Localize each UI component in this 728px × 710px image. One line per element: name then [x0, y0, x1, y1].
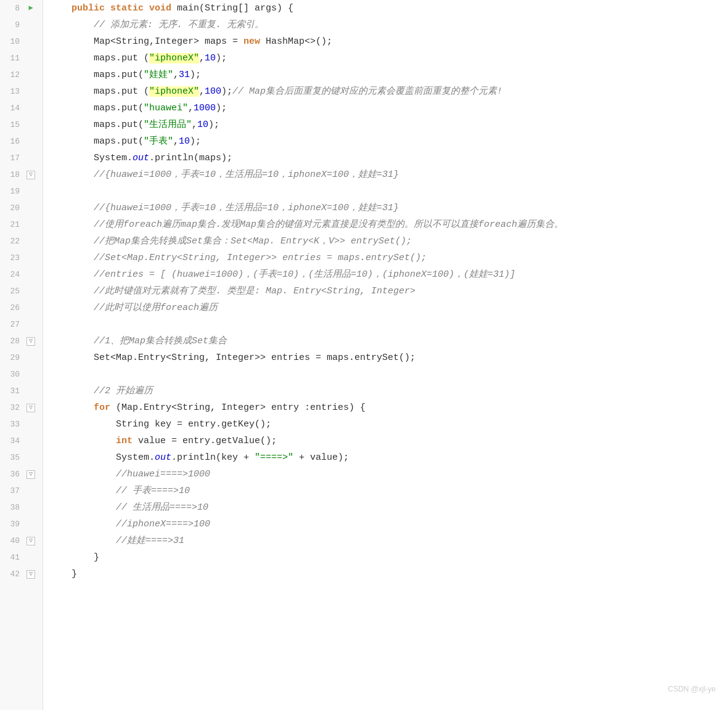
gutter-row-30: 30	[0, 366, 43, 383]
fold-marker-42[interactable]: ▽	[25, 570, 37, 579]
code-line-16: maps.put("手表",10);	[49, 133, 716, 150]
code-text-20: //{huawei=1000，手表=10，生活用品=10，iphoneX=100…	[49, 200, 399, 216]
line-num-24: 24	[0, 266, 25, 283]
gutter-row-40: 40 ▽	[0, 532, 43, 549]
gutter-row-22: 22	[0, 233, 43, 250]
code-line-28: //1、把Map集合转换成Set集合	[49, 333, 716, 349]
fold-marker-40[interactable]: ▽	[25, 537, 37, 545]
gutter-row-23: 23	[0, 250, 43, 266]
line-num-12: 12	[0, 67, 25, 83]
code-line-21: //使用foreach遍历map集合.发现Map集合的键值对元素直接是没有类型的…	[49, 216, 716, 233]
fold-marker-36[interactable]: ▽	[25, 470, 37, 479]
code-line-17: System.out.println(maps);	[49, 150, 716, 166]
code-text-24: //entries = [ (huawei=1000)，(手表=10)，(生活用…	[49, 266, 515, 283]
gutter-row-42: 42 ▽	[0, 566, 43, 582]
fold-icon-40[interactable]: ▽	[27, 537, 35, 545]
gutter-row-34: 34	[0, 433, 43, 449]
code-line-15: maps.put("生活用品",10);	[49, 116, 716, 133]
gutter-row-9: 9	[0, 17, 43, 33]
code-line-33: String key = entry.getKey();	[49, 416, 716, 433]
line-num-36: 36	[0, 466, 25, 483]
line-num-16: 16	[0, 133, 25, 150]
run-icon-8[interactable]: ▶	[28, 0, 33, 17]
line-num-25: 25	[0, 283, 25, 300]
gutter-row-12: 12	[0, 67, 43, 83]
line-gutter: 8 ▶ 9 10 11 12 13	[0, 0, 43, 710]
line-num-39: 39	[0, 516, 25, 532]
fold-marker-32[interactable]: ▽	[25, 404, 37, 412]
code-line-37: // 手表====>10	[49, 483, 716, 499]
code-line-23: //Set<Map.Entry<String, Integer>> entrie…	[49, 250, 716, 266]
fold-icon-32[interactable]: ▽	[27, 404, 35, 412]
code-text-18: //{huawei=1000，手表=10，生活用品=10，iphoneX=100…	[49, 166, 399, 183]
code-content: public static void main(String[] args) {…	[43, 0, 728, 710]
code-text-34: int value = entry.getValue();	[49, 433, 277, 449]
code-line-20: //{huawei=1000，手表=10，生活用品=10，iphoneX=100…	[49, 200, 716, 216]
code-line-36: //huawei====>1000	[49, 466, 716, 483]
code-line-30	[49, 366, 716, 383]
line-num-35: 35	[0, 449, 25, 466]
gutter-row-18: 18 ▽	[0, 166, 43, 183]
gutter-row-13: 13	[0, 83, 43, 100]
line-num-32: 32	[0, 399, 25, 416]
code-text-31: //2 开始遍历	[49, 383, 153, 399]
code-text-17: System.out.println(maps);	[49, 150, 232, 166]
gutter-row-10: 10	[0, 33, 43, 50]
fold-icon-42[interactable]: ▽	[27, 570, 35, 579]
line-num-14: 14	[0, 100, 25, 116]
line-num-20: 20	[0, 200, 25, 216]
code-text-8: public static void main(String[] args) {	[49, 0, 293, 17]
code-line-25: //此时键值对元素就有了类型. 类型是: Map. Entry<String, …	[49, 283, 716, 300]
line-num-15: 15	[0, 116, 25, 133]
code-line-8: public static void main(String[] args) {	[49, 0, 716, 17]
code-line-34: int value = entry.getValue();	[49, 433, 716, 449]
line-num-13: 13	[0, 83, 25, 100]
gutter-row-37: 37	[0, 483, 43, 499]
gutter-row-14: 14	[0, 100, 43, 116]
gutter-row-8: 8 ▶	[0, 0, 43, 17]
code-text-33: String key = entry.getKey();	[49, 416, 271, 433]
line-num-19: 19	[0, 183, 25, 200]
code-line-29: Set<Map.Entry<String, Integer>> entries …	[49, 349, 716, 366]
fold-icon-28[interactable]: ▽	[27, 337, 35, 346]
gutter-row-24: 24	[0, 266, 43, 283]
line-num-8: 8	[0, 0, 25, 17]
code-text-11: maps.put ("iphoneX",10);	[49, 50, 227, 67]
gutter-row-35: 35	[0, 449, 43, 466]
code-line-13: maps.put ("iphoneX",100);// Map集合后面重复的键对…	[49, 83, 716, 100]
fold-icon-18[interactable]: ▽	[27, 171, 35, 179]
code-line-18: //{huawei=1000，手表=10，生活用品=10，iphoneX=100…	[49, 166, 716, 183]
gutter-row-36: 36 ▽	[0, 466, 43, 483]
code-text-40: //娃娃====>31	[49, 532, 184, 549]
line-num-40: 40	[0, 532, 25, 549]
code-text-41: }	[49, 549, 99, 566]
code-line-41: }	[49, 549, 716, 566]
code-text-28: //1、把Map集合转换成Set集合	[49, 333, 227, 349]
code-text-25: //此时键值对元素就有了类型. 类型是: Map. Entry<String, …	[49, 283, 415, 300]
line-num-17: 17	[0, 150, 25, 166]
fold-icon-36[interactable]: ▽	[27, 470, 35, 479]
code-line-38: // 生活用品====>10	[49, 499, 716, 516]
fold-marker-18[interactable]: ▽	[25, 171, 37, 179]
code-text-36: //huawei====>1000	[49, 466, 210, 483]
line-num-30: 30	[0, 366, 25, 383]
code-text-35: System.out.println(key + "====>" + value…	[49, 449, 349, 466]
code-line-24: //entries = [ (huawei=1000)，(手表=10)，(生活用…	[49, 266, 716, 283]
line-num-34: 34	[0, 433, 25, 449]
code-text-22: //把Map集合先转换成Set集合：Set<Map. Entry<K，V>> e…	[49, 233, 412, 250]
code-line-31: //2 开始遍历	[49, 383, 716, 399]
run-marker-8[interactable]: ▶	[25, 0, 37, 17]
gutter-row-39: 39	[0, 516, 43, 532]
code-text-13: maps.put ("iphoneX",100);// Map集合后面重复的键对…	[49, 83, 502, 100]
code-line-19	[49, 183, 716, 200]
code-line-35: System.out.println(key + "====>" + value…	[49, 449, 716, 466]
code-line-9: // 添加元素: 无序. 不重复. 无索引。	[49, 17, 716, 33]
gutter-row-25: 25	[0, 283, 43, 300]
code-text-29: Set<Map.Entry<String, Integer>> entries …	[49, 349, 415, 366]
code-text-9: // 添加元素: 无序. 不重复. 无索引。	[49, 17, 264, 33]
line-num-10: 10	[0, 33, 25, 50]
line-num-29: 29	[0, 349, 25, 366]
code-text-21: //使用foreach遍历map集合.发现Map集合的键值对元素直接是没有类型的…	[49, 216, 563, 233]
fold-marker-28[interactable]: ▽	[25, 337, 37, 346]
code-line-42: }	[49, 566, 716, 582]
